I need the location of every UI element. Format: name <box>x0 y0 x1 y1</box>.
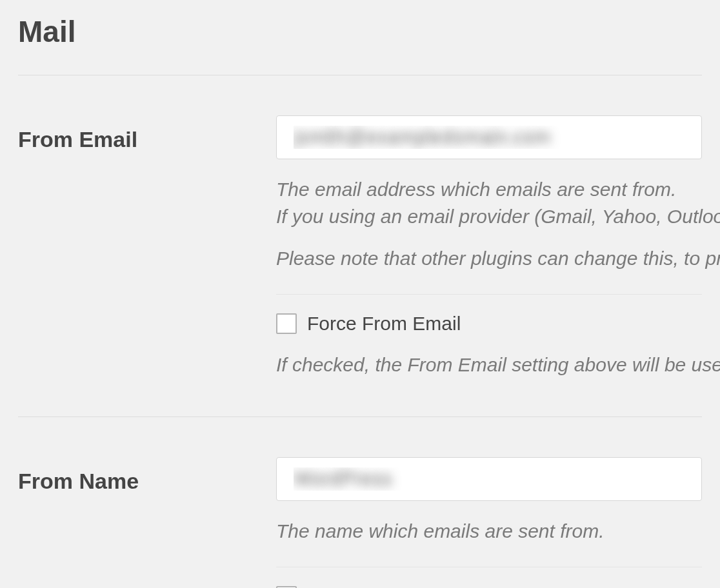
from-email-desc-1: The email address which emails are sent … <box>276 177 702 202</box>
from-email-input[interactable] <box>276 115 702 159</box>
from-name-row: From Name The name which emails are sent… <box>18 417 702 588</box>
from-name-label-col: From Name <box>18 457 276 494</box>
from-name-input[interactable] <box>276 457 702 501</box>
from-name-controls: The name which emails are sent from. For… <box>276 457 702 588</box>
force-from-email-row: Force From Email <box>276 313 702 335</box>
from-email-label: From Email <box>18 127 276 152</box>
force-from-email-checkbox[interactable] <box>276 313 297 334</box>
from-name-label: From Name <box>18 469 276 494</box>
force-from-name-checkbox[interactable] <box>276 586 297 589</box>
force-from-name-row: Force From Name <box>276 585 702 589</box>
mail-settings-section: Mail From Email The email address which … <box>0 0 720 588</box>
from-email-label-col: From Email <box>18 115 276 152</box>
from-name-desc: The name which emails are sent from. <box>276 519 702 544</box>
section-title: Mail <box>18 14 702 49</box>
from-email-row: From Email The email address which email… <box>18 75 702 417</box>
from-name-subdivider <box>276 567 702 567</box>
from-email-controls: The email address which emails are sent … <box>276 115 702 377</box>
from-email-desc-3: Please note that other plugins can chang… <box>276 246 702 271</box>
from-email-desc-2: If you using an email provider (Gmail, Y… <box>276 204 702 229</box>
force-from-name-label: Force From Name <box>307 585 464 589</box>
force-from-email-desc: If checked, the From Email setting above… <box>276 353 702 377</box>
force-from-email-label: Force From Email <box>307 313 461 335</box>
from-email-subdivider <box>276 294 702 295</box>
